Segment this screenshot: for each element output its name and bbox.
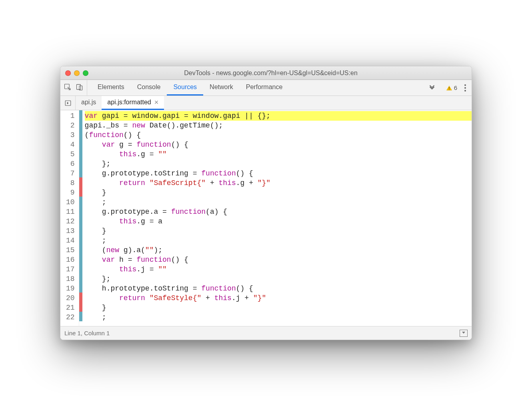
tab-elements[interactable]: Elements (91, 80, 131, 96)
coverage-marker (79, 245, 82, 254)
code-line[interactable]: g.prototype.a = function(a) { (85, 207, 472, 217)
coverage-marker (79, 110, 82, 120)
code-line[interactable]: this.g = "" (85, 149, 472, 159)
line-number[interactable]: 17 (66, 265, 75, 274)
code-line[interactable]: }; (85, 274, 472, 284)
svg-rect-3 (449, 87, 449, 89)
code-line[interactable]: (new g).a(""); (85, 245, 472, 255)
code-line[interactable]: this.g = a (85, 217, 472, 226)
line-number[interactable]: 11 (66, 207, 75, 217)
line-number[interactable]: 20 (66, 293, 75, 303)
code-editor[interactable]: 12345678910111213141516171819202122 var … (60, 110, 472, 326)
line-number[interactable]: 18 (66, 274, 75, 284)
coverage-marker (79, 120, 82, 129)
line-number[interactable]: 16 (66, 255, 75, 265)
line-number[interactable]: 12 (66, 217, 75, 226)
code-line[interactable]: var g = function() { (85, 140, 472, 149)
minimize-traffic-icon[interactable] (74, 70, 80, 76)
code-line[interactable]: ; (85, 197, 472, 207)
code-line[interactable]: } (85, 226, 472, 236)
code-line[interactable]: g.prototype.toString = function() { (85, 169, 472, 178)
svg-rect-4 (449, 89, 449, 90)
code-line[interactable]: return "SafeScript{" + this.g + "}" (85, 178, 472, 188)
coverage-marker (79, 168, 82, 177)
coverage-marker (79, 235, 82, 245)
coverage-marker (79, 312, 82, 321)
status-bar: Line 1, Column 1 (60, 326, 472, 340)
line-number[interactable]: 13 (66, 226, 75, 236)
line-number[interactable]: 6 (66, 159, 75, 169)
code-content[interactable]: var gapi = window.gapi = window.gapi || … (82, 110, 472, 326)
line-number[interactable]: 8 (66, 178, 75, 188)
line-number[interactable]: 7 (66, 169, 75, 178)
coverage-marker (79, 149, 82, 158)
settings-menu-icon[interactable] (464, 84, 466, 92)
code-line[interactable]: h.prototype.toString = function() { (85, 284, 472, 293)
tab-network[interactable]: Network (203, 80, 240, 96)
coverage-marker (79, 216, 82, 225)
line-gutter: 12345678910111213141516171819202122 (60, 110, 79, 326)
line-number[interactable]: 9 (66, 188, 75, 197)
tab-performance[interactable]: Performance (240, 80, 289, 96)
line-number[interactable]: 10 (66, 197, 75, 207)
code-line[interactable]: var gapi = window.gapi = window.gapi || … (85, 111, 472, 121)
line-number[interactable]: 1 (66, 111, 75, 121)
line-number[interactable]: 4 (66, 140, 75, 149)
main-toolbar: ElementsConsoleSourcesNetworkPerformance… (60, 80, 472, 96)
code-line[interactable]: } (85, 188, 472, 197)
line-number[interactable]: 14 (66, 236, 75, 245)
file-tabs-row: api.jsapi.js:formatted× (60, 96, 472, 110)
window-title: DevTools - news.google.com/?hl=en-US&gl=… (95, 70, 447, 77)
cursor-position: Line 1, Column 1 (64, 330, 110, 336)
code-line[interactable]: (function() { (85, 130, 472, 140)
navigator-toggle-button[interactable] (60, 96, 76, 110)
toolbar-right: 6 (440, 80, 472, 96)
inspect-icon[interactable] (64, 83, 72, 93)
code-line[interactable]: var h = function() { (85, 255, 472, 265)
coverage-marker (79, 206, 82, 216)
panel-tabs: ElementsConsoleSourcesNetworkPerformance (87, 80, 424, 96)
coverage-marker (79, 225, 82, 235)
coverage-gutter (79, 110, 82, 326)
code-line[interactable]: return "SafeStyle{" + this.j + "}" (85, 293, 472, 303)
tab-console[interactable]: Console (131, 80, 167, 96)
file-tabs: api.jsapi.js:formatted× (76, 96, 164, 110)
close-traffic-icon[interactable] (65, 70, 71, 76)
drawer-toggle-icon[interactable] (460, 330, 468, 337)
code-line[interactable]: ; (85, 312, 472, 322)
toolbar-left (60, 80, 87, 96)
file-tab[interactable]: api.js (76, 96, 102, 110)
code-line[interactable]: ; (85, 236, 472, 245)
coverage-marker (79, 254, 82, 264)
line-number[interactable]: 19 (66, 284, 75, 293)
code-line[interactable]: } (85, 303, 472, 312)
line-number[interactable]: 2 (66, 121, 75, 130)
file-tab-label: api.js:formatted (107, 99, 151, 106)
coverage-marker (79, 302, 82, 312)
line-number[interactable]: 3 (66, 130, 75, 140)
coverage-marker (79, 187, 82, 197)
file-tab[interactable]: api.js:formatted× (102, 96, 164, 110)
file-tab-label: api.js (81, 99, 96, 106)
coverage-marker (79, 129, 82, 139)
code-line[interactable]: gapi._bs = new Date().getTime(); (85, 121, 472, 130)
code-line[interactable]: this.j = "" (85, 265, 472, 274)
device-toggle-icon[interactable] (76, 83, 84, 93)
zoom-traffic-icon[interactable] (83, 70, 88, 76)
line-number[interactable]: 22 (66, 312, 75, 322)
line-number[interactable]: 21 (66, 303, 75, 312)
coverage-marker (79, 283, 82, 293)
tab-sources[interactable]: Sources (167, 80, 203, 96)
titlebar: DevTools - news.google.com/?hl=en-US&gl=… (60, 66, 472, 80)
close-icon[interactable]: × (154, 99, 159, 106)
window-controls (65, 70, 88, 76)
code-line[interactable]: }; (85, 159, 472, 169)
line-number[interactable]: 15 (66, 245, 75, 255)
more-tabs-button[interactable] (424, 80, 440, 96)
line-number[interactable]: 5 (66, 149, 75, 159)
warnings-count: 6 (454, 84, 457, 91)
coverage-marker (79, 139, 82, 149)
warnings-badge[interactable]: 6 (446, 84, 457, 91)
coverage-marker (79, 177, 82, 187)
coverage-marker (79, 273, 82, 283)
